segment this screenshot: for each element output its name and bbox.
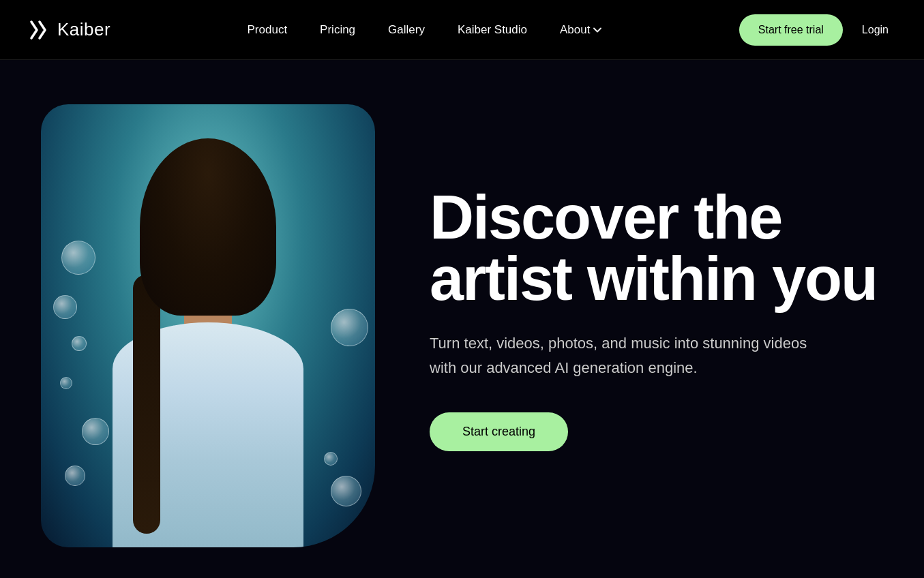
bubble-9 (331, 309, 368, 346)
nav-actions: Start free trial Login (739, 14, 897, 46)
logo-text: Kaiber (57, 19, 110, 40)
bubble-6 (65, 466, 85, 486)
hero-image-container (41, 104, 375, 547)
navbar: Kaiber Product Pricing Gallery Kaiber St… (0, 0, 924, 60)
hero-subtitle: Turn text, videos, photos, and music int… (430, 331, 825, 379)
hero-section: Discover the artist within you Turn text… (0, 60, 924, 578)
chevron-down-icon (593, 25, 602, 35)
nav-gallery[interactable]: Gallery (374, 18, 438, 42)
hero-portrait (41, 104, 375, 547)
login-button[interactable]: Login (854, 18, 897, 42)
kaiber-logo-icon (27, 18, 52, 42)
portrait-figure (85, 138, 331, 547)
portrait-hair (140, 138, 276, 316)
hero-content: Discover the artist within you Turn text… (430, 187, 883, 451)
nav-product[interactable]: Product (234, 18, 301, 42)
start-free-trial-button[interactable]: Start free trial (739, 14, 843, 46)
nav-pricing[interactable]: Pricing (306, 18, 369, 42)
hero-title: Discover the artist within you (430, 187, 883, 309)
bubble-2 (53, 295, 77, 319)
logo-link[interactable]: Kaiber (27, 18, 110, 42)
nav-about[interactable]: About (546, 18, 616, 42)
bubble-4 (60, 377, 72, 389)
bubble-3 (72, 336, 87, 351)
bubble-7 (331, 476, 361, 506)
start-creating-button[interactable]: Start creating (430, 412, 568, 451)
nav-kaiber-studio[interactable]: Kaiber Studio (444, 18, 541, 42)
portrait-braid (133, 275, 160, 534)
nav-links: Product Pricing Gallery Kaiber Studio Ab… (234, 18, 616, 42)
